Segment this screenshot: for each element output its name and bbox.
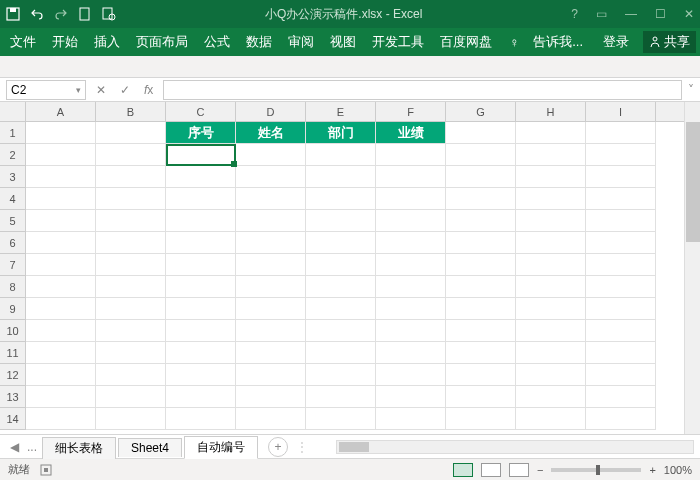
zoom-out-button[interactable]: − [537,464,543,476]
cell-A14[interactable] [26,408,96,430]
fx-icon[interactable]: fx [140,83,157,97]
cell-A2[interactable] [26,144,96,166]
cell-C5[interactable] [166,210,236,232]
cell-B5[interactable] [96,210,166,232]
cell-I2[interactable] [586,144,656,166]
zoom-level[interactable]: 100% [664,464,692,476]
cell-B9[interactable] [96,298,166,320]
sheet-tab[interactable]: 细长表格 [42,437,116,459]
cell-D12[interactable] [236,364,306,386]
cell-D13[interactable] [236,386,306,408]
tell-me-icon[interactable]: ♀ [509,35,519,50]
cell-H7[interactable] [516,254,586,276]
cell-I4[interactable] [586,188,656,210]
add-sheet-button[interactable]: + [268,437,288,457]
zoom-in-button[interactable]: + [649,464,655,476]
cell-I11[interactable] [586,342,656,364]
cell-C1[interactable]: 序号 [166,122,236,144]
view-normal-icon[interactable] [453,463,473,477]
close-icon[interactable]: ✕ [684,7,694,21]
col-I[interactable]: I [586,102,656,121]
cell-G12[interactable] [446,364,516,386]
cell-A11[interactable] [26,342,96,364]
login-button[interactable]: 登录 [597,33,635,51]
cell-G13[interactable] [446,386,516,408]
cell-F13[interactable] [376,386,446,408]
col-E[interactable]: E [306,102,376,121]
row-7[interactable]: 7 [0,254,25,276]
tell-me[interactable]: 告诉我... [527,33,589,51]
cell-G11[interactable] [446,342,516,364]
cell-D2[interactable] [236,144,306,166]
cell-I10[interactable] [586,320,656,342]
name-box[interactable]: C2 ▾ [6,80,86,100]
cell-F12[interactable] [376,364,446,386]
cell-A3[interactable] [26,166,96,188]
cell-C2[interactable] [166,144,236,166]
vertical-scrollbar[interactable] [684,102,700,434]
cell-H9[interactable] [516,298,586,320]
cell-C4[interactable] [166,188,236,210]
cell-H1[interactable] [516,122,586,144]
new-doc-icon[interactable] [78,7,92,21]
cell-B14[interactable] [96,408,166,430]
horizontal-scrollbar[interactable] [336,440,694,454]
cell-E8[interactable] [306,276,376,298]
col-F[interactable]: F [376,102,446,121]
cell-D4[interactable] [236,188,306,210]
formula-bar[interactable] [163,80,682,100]
tab-insert[interactable]: 插入 [88,33,126,51]
row-9[interactable]: 9 [0,298,25,320]
cell-C3[interactable] [166,166,236,188]
cell-H6[interactable] [516,232,586,254]
cell-A8[interactable] [26,276,96,298]
cell-E14[interactable] [306,408,376,430]
cell-H13[interactable] [516,386,586,408]
cell-G6[interactable] [446,232,516,254]
cell-A4[interactable] [26,188,96,210]
cell-A6[interactable] [26,232,96,254]
col-D[interactable]: D [236,102,306,121]
row-3[interactable]: 3 [0,166,25,188]
cell-B7[interactable] [96,254,166,276]
cell-H10[interactable] [516,320,586,342]
cell-E11[interactable] [306,342,376,364]
tab-file[interactable]: 文件 [4,33,42,51]
cell-G9[interactable] [446,298,516,320]
cell-E3[interactable] [306,166,376,188]
minimize-icon[interactable]: — [625,7,637,21]
ribbon-toggle-icon[interactable]: ▭ [596,7,607,21]
cell-E4[interactable] [306,188,376,210]
cell-A7[interactable] [26,254,96,276]
tab-page-layout[interactable]: 页面布局 [130,33,194,51]
row-10[interactable]: 10 [0,320,25,342]
row-13[interactable]: 13 [0,386,25,408]
cell-I5[interactable] [586,210,656,232]
cell-F8[interactable] [376,276,446,298]
cell-A12[interactable] [26,364,96,386]
cell-B6[interactable] [96,232,166,254]
cell-A5[interactable] [26,210,96,232]
maximize-icon[interactable]: ☐ [655,7,666,21]
select-all-corner[interactable] [0,102,26,122]
cell-H4[interactable] [516,188,586,210]
cell-D1[interactable]: 姓名 [236,122,306,144]
tab-home[interactable]: 开始 [46,33,84,51]
cell-C7[interactable] [166,254,236,276]
row-6[interactable]: 6 [0,232,25,254]
cell-B11[interactable] [96,342,166,364]
cancel-formula-icon[interactable]: ✕ [92,83,110,97]
cell-H8[interactable] [516,276,586,298]
row-4[interactable]: 4 [0,188,25,210]
cell-D10[interactable] [236,320,306,342]
share-button[interactable]: 共享 [643,31,696,53]
cell-C6[interactable] [166,232,236,254]
cell-F5[interactable] [376,210,446,232]
cell-G10[interactable] [446,320,516,342]
row-8[interactable]: 8 [0,276,25,298]
cell-A1[interactable] [26,122,96,144]
cell-I8[interactable] [586,276,656,298]
cell-F3[interactable] [376,166,446,188]
cell-H5[interactable] [516,210,586,232]
cell-C8[interactable] [166,276,236,298]
